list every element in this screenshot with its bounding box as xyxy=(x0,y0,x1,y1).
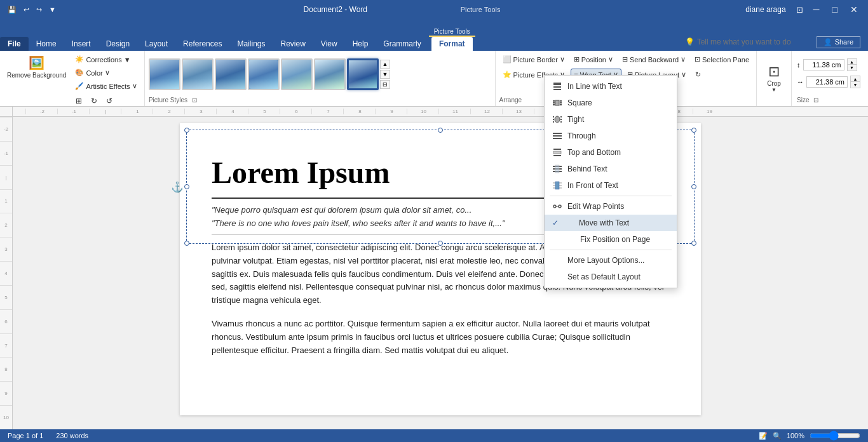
tab-mailings[interactable]: Mailings xyxy=(229,37,273,51)
close-button[interactable]: ✕ xyxy=(845,3,863,16)
menu-item-edit-wrap[interactable]: Edit Wrap Points xyxy=(545,198,677,215)
svg-rect-20 xyxy=(553,149,561,150)
tab-references[interactable]: References xyxy=(175,37,229,51)
height-label-icon: ↕ xyxy=(797,61,801,69)
tab-home[interactable]: Home xyxy=(29,37,64,51)
selection-pane-button[interactable]: ⊡ Selection Pane xyxy=(691,53,752,65)
width-up-button[interactable]: ▲ xyxy=(851,76,860,82)
handle-bottom-left[interactable] xyxy=(184,241,189,246)
save-qat-button[interactable]: 💾 xyxy=(5,4,19,15)
corrections-button[interactable]: ☀️ Corrections ▼ xyxy=(72,53,140,65)
main-content-area: -2 -1 | 1 2 3 4 5 6 7 8 9 10 xyxy=(0,117,868,429)
in-front-icon xyxy=(552,180,562,191)
handle-left-mid[interactable] xyxy=(184,184,189,189)
tab-grammarly[interactable]: Grammarly xyxy=(376,37,428,51)
pic-style-7[interactable] xyxy=(347,58,379,90)
menu-item-top-bottom[interactable]: Top and Bottom xyxy=(545,144,677,161)
width-label-icon: ↔ xyxy=(797,78,804,86)
height-down-button[interactable]: ▼ xyxy=(848,65,857,70)
customize-qat-button[interactable]: ▼ xyxy=(46,4,58,15)
menu-item-more-layout[interactable]: More Layout Options... xyxy=(545,252,677,269)
handle-top-right[interactable] xyxy=(691,128,696,133)
svg-rect-17 xyxy=(553,133,562,134)
status-bar-right: 📝 🔍 100% xyxy=(759,431,860,441)
minimize-button[interactable]: ─ xyxy=(808,3,825,16)
arrange-row-1: ⬜ Picture Border ∨ ⊞ Position ∨ ⊟ Send B… xyxy=(499,53,753,65)
menu-item-fix-position[interactable]: Fix Position on Page xyxy=(545,231,677,248)
height-input[interactable] xyxy=(803,59,844,70)
pic-style-5[interactable] xyxy=(281,58,313,90)
edit-wrap-icon xyxy=(552,201,562,211)
menu-item-square[interactable]: Square xyxy=(545,95,677,111)
width-down-button[interactable]: ▼ xyxy=(851,82,860,88)
redo-qat-button[interactable]: ↪ xyxy=(34,4,44,15)
handle-top-mid[interactable] xyxy=(438,128,443,133)
handle-top-left[interactable] xyxy=(184,128,189,133)
menu-item-tight[interactable]: Tight xyxy=(545,111,677,128)
menu-item-move-with-text[interactable]: ✓ Move with Text xyxy=(545,215,677,231)
picture-styles-group-label: Picture Styles ⊡ xyxy=(149,95,491,104)
height-up-button[interactable]: ▲ xyxy=(848,59,857,65)
svg-rect-15 xyxy=(560,119,562,120)
zoom-slider[interactable] xyxy=(810,431,860,441)
restore-window-button[interactable]: ⊡ xyxy=(794,4,806,16)
reset-picture-button[interactable]: ↺ xyxy=(102,95,116,107)
handle-right-mid[interactable] xyxy=(691,184,696,189)
more-layout-icon xyxy=(552,255,562,265)
rotate-button[interactable]: ↻ xyxy=(692,69,704,81)
tab-layout[interactable]: Layout xyxy=(137,37,175,51)
artistic-effects-button[interactable]: 🖌️ Artistic Effects ∨ xyxy=(72,80,140,92)
position-button[interactable]: ⊞ Position ∨ xyxy=(571,53,616,65)
picture-styles-scroll[interactable]: ▲ ▼ ⊟ xyxy=(380,60,390,89)
tab-view[interactable]: View xyxy=(313,37,345,51)
size-expand-icon[interactable]: ⊡ xyxy=(813,97,818,104)
menu-item-set-default[interactable]: Set as Default Layout xyxy=(545,269,677,285)
pic-style-2[interactable] xyxy=(182,58,214,90)
change-picture-button[interactable]: ↻ xyxy=(87,95,101,107)
svg-rect-1 xyxy=(553,86,561,88)
app-title: Document2 - Word Picture Tools xyxy=(58,5,745,14)
undo-qat-button[interactable]: ↩ xyxy=(21,4,32,15)
scroll-more-button[interactable]: ⊟ xyxy=(380,80,390,89)
pic-style-3[interactable] xyxy=(215,58,247,90)
tab-file[interactable]: File xyxy=(0,37,29,51)
scroll-down-button[interactable]: ▼ xyxy=(380,70,390,79)
tab-help[interactable]: Help xyxy=(345,37,376,51)
svg-rect-13 xyxy=(553,121,554,123)
crop-button[interactable]: ⊡ Crop ▼ xyxy=(761,53,787,102)
svg-point-10 xyxy=(555,116,560,123)
pic-style-4[interactable] xyxy=(248,58,280,90)
picture-styles-expand-icon[interactable]: ⊡ xyxy=(192,97,197,104)
menu-divider-1 xyxy=(550,196,672,196)
tab-insert[interactable]: Insert xyxy=(64,37,98,51)
tab-design[interactable]: Design xyxy=(98,37,137,51)
tab-format[interactable]: Format xyxy=(431,37,473,51)
remove-background-button[interactable]: 🖼️ Remove Background xyxy=(4,53,69,81)
pic-style-1[interactable] xyxy=(149,58,180,90)
width-spinner[interactable]: ▲ ▼ xyxy=(850,76,860,88)
zoom-level: 100% xyxy=(787,432,804,439)
compress-pictures-button[interactable]: ⊞ xyxy=(72,95,86,107)
adjust-icons-row: ⊞ ↻ ↺ xyxy=(72,95,140,107)
tell-me-bar[interactable]: 💡 xyxy=(685,37,811,46)
scroll-up-button[interactable]: ▲ xyxy=(380,60,390,69)
menu-item-inline[interactable]: In Line with Text xyxy=(545,78,677,95)
square-icon xyxy=(552,98,562,108)
maximize-button[interactable]: □ xyxy=(827,3,843,16)
height-spinner[interactable]: ▲ ▼ xyxy=(847,58,857,71)
behind-text-icon xyxy=(552,164,562,174)
width-input[interactable] xyxy=(806,76,848,88)
menu-item-through[interactable]: Through xyxy=(545,128,677,144)
handle-bottom-right[interactable] xyxy=(691,241,696,246)
tell-me-input[interactable] xyxy=(697,37,811,46)
picture-border-button[interactable]: ⬜ Picture Border ∨ xyxy=(499,53,568,65)
send-backward-button[interactable]: ⊟ Send Backward ∨ xyxy=(619,53,689,65)
color-button[interactable]: 🎨 Color ∨ xyxy=(72,67,140,79)
tab-review[interactable]: Review xyxy=(273,37,313,51)
through-icon xyxy=(552,131,562,141)
share-button[interactable]: 👤 Share xyxy=(817,36,860,48)
pic-style-6[interactable] xyxy=(314,58,346,90)
menu-item-behind-text[interactable]: Behind Text xyxy=(545,161,677,177)
menu-item-in-front[interactable]: In Front of Text xyxy=(545,177,677,194)
svg-rect-2 xyxy=(553,89,561,90)
